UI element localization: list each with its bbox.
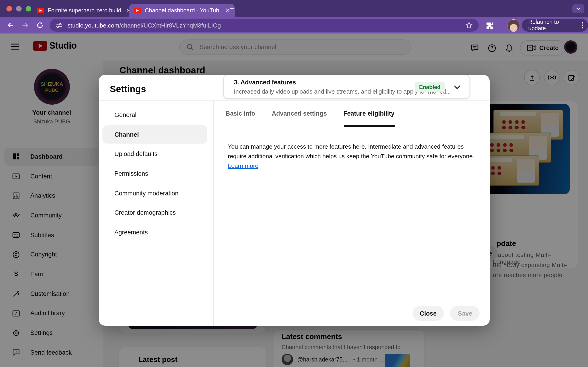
status-badge: Enabled (415, 82, 445, 92)
settings-nav-item[interactable]: Community moderation (99, 184, 214, 203)
zoom-window-button[interactable] (26, 6, 31, 11)
settings-nav-label: General (114, 111, 137, 118)
settings-nav-column: General Channel Upload defaults Permissi… (99, 100, 214, 326)
settings-tabs: Basic info Advanced settings Feature eli… (214, 100, 490, 127)
settings-tab-label: Basic info (225, 110, 255, 117)
tab-overflow-button[interactable] (572, 4, 584, 13)
settings-nav-label: Agreements (114, 229, 148, 236)
chevron-down-icon (576, 7, 581, 10)
feature-title: 3. Advanced features (234, 79, 296, 86)
settings-nav-item[interactable]: Creator demographics (99, 203, 214, 223)
save-button[interactable]: Save (450, 306, 480, 321)
minimize-window-button[interactable] (16, 6, 22, 11)
window-controls (6, 6, 31, 11)
screen: Fortnite superhero zero build ✕ Channel … (0, 0, 588, 367)
settings-nav-label: Community moderation (114, 190, 179, 197)
browser-tab-inactive[interactable]: Fortnite superhero zero build ✕ (32, 4, 136, 17)
tab-title: Fortnite superhero zero build (48, 7, 122, 14)
settings-tab[interactable]: Feature eligibility (343, 100, 394, 127)
settings-nav-label: Permissions (114, 170, 148, 177)
feature-card[interactable]: 3. Advanced features Increased daily vid… (223, 75, 470, 99)
url-host: studio.youtube.com (68, 22, 119, 29)
close-window-button[interactable] (6, 6, 12, 11)
browser-tab-bar: Fortnite superhero zero build ✕ Channel … (0, 0, 588, 17)
settings-dialog: Settings General Channel Upload defaults (99, 75, 490, 326)
settings-title: Settings (110, 84, 146, 94)
browser-menu-icon[interactable] (582, 22, 583, 29)
url-path: /channel/UCXntHlr8VLzYhqM3fuILIOg (119, 22, 221, 29)
chevron-down-icon[interactable] (454, 85, 460, 89)
modal-footer: Close Save (412, 306, 480, 321)
description-text: You can manage your access to more featu… (228, 143, 474, 160)
settings-nav-item[interactable]: General (99, 105, 214, 125)
url-text[interactable]: studio.youtube.com/channel/UCXntHlr8VLzY… (68, 22, 221, 29)
settings-tab[interactable]: Advanced settings (272, 100, 327, 127)
settings-nav-label: Creator demographics (114, 209, 176, 216)
tab-title: Channel dashboard - YouTub (145, 7, 221, 14)
settings-tab-label: Feature eligibility (343, 110, 394, 117)
site-controls-icon[interactable] (55, 21, 63, 29)
learn-more-link[interactable]: Learn more (228, 162, 258, 169)
back-icon[interactable] (6, 21, 15, 29)
youtube-favicon-icon (134, 8, 141, 13)
address-bar[interactable]: studio.youtube.com/channel/UCXntHlr8VLzY… (50, 19, 479, 32)
browser-profile-avatar[interactable] (507, 19, 520, 32)
settings-nav-item[interactable]: Permissions (99, 164, 214, 183)
relaunch-label: Relaunch to update (528, 19, 577, 32)
extensions-icon[interactable] (485, 21, 494, 30)
reload-icon[interactable] (36, 21, 44, 29)
new-tab-button[interactable]: + (230, 4, 234, 13)
toolbar-divider (502, 22, 502, 29)
youtube-favicon-icon (37, 8, 44, 13)
browser-toolbar: studio.youtube.com/channel/UCXntHlr8VLzY… (0, 17, 588, 33)
bookmark-star-icon[interactable] (465, 21, 473, 29)
close-button[interactable]: Close (412, 306, 444, 321)
settings-nav-item[interactable]: Channel (99, 125, 214, 144)
settings-tab[interactable]: Basic info (225, 100, 255, 127)
close-tab-icon[interactable]: ✕ (225, 7, 230, 14)
settings-nav-item[interactable]: Agreements (99, 223, 214, 242)
browser-tab-active[interactable]: Channel dashboard - YouTub ✕ (129, 4, 235, 17)
feature-eligibility-description: You can manage your access to more featu… (228, 142, 480, 171)
settings-nav-item[interactable]: Upload defaults (99, 144, 214, 164)
forward-icon[interactable] (21, 21, 29, 29)
settings-nav: General Channel Upload defaults Permissi… (99, 105, 214, 242)
settings-tab-label: Advanced settings (272, 110, 327, 117)
settings-nav-label: Channel (114, 131, 139, 138)
relaunch-button[interactable]: Relaunch to update (522, 19, 588, 32)
settings-nav-label: Upload defaults (114, 150, 157, 157)
